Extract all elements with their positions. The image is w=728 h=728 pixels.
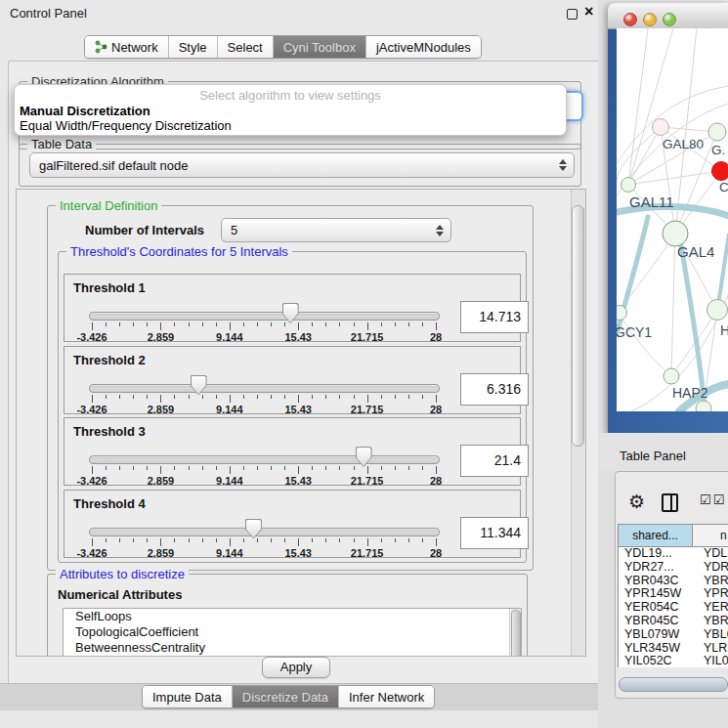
slider-tick-minor	[119, 538, 120, 542]
network-edge[interactable]	[675, 28, 697, 234]
tab-select[interactable]: Select	[218, 36, 274, 58]
columns-icon[interactable]	[662, 493, 678, 512]
num-intervals-select[interactable]: 5	[221, 218, 451, 242]
table-cell: YPR145W	[619, 587, 698, 601]
slider-tick-minor	[395, 322, 396, 326]
slider-tick-major	[436, 322, 437, 330]
close-window-icon[interactable]: ×	[584, 3, 593, 21]
settings-scrollbar-thumb[interactable]	[572, 205, 584, 447]
table-row[interactable]: YLR345WYLR3	[619, 642, 728, 656]
table-row[interactable]: YBR045CYBR0	[619, 615, 728, 628]
attribute-item-selfloops[interactable]: SelfLoops	[64, 609, 521, 624]
attributes-list-scrollbar[interactable]	[509, 609, 521, 657]
slider-tick-minor	[189, 466, 190, 470]
slider-tick-minor	[339, 395, 340, 399]
tab-impute-data[interactable]: Impute Data	[143, 686, 233, 707]
gear-icon[interactable]: ⚙	[628, 491, 645, 513]
slider-tick-label: -3.426	[76, 404, 107, 415]
table-horizontal-scrollbar[interactable]	[619, 677, 728, 692]
float-window-icon[interactable]	[567, 9, 578, 20]
tab-cyni-toolbox[interactable]: Cyni Toolbox	[274, 36, 366, 58]
checkbox-icon[interactable]: ☑☑	[700, 492, 726, 507]
network-node-bottom-node[interactable]	[696, 401, 711, 411]
network-edge[interactable]	[628, 171, 721, 185]
table-row[interactable]: YBR043CYBR0	[619, 575, 728, 588]
network-node-h[interactable]	[707, 300, 728, 321]
thresholds-group-title: Threshold's Coordinates for 5 Intervals	[66, 244, 292, 259]
tab-label: Select	[228, 40, 263, 55]
zoom-light[interactable]	[663, 13, 676, 26]
window-title: Control Panel	[10, 6, 87, 21]
threshold-slider-track[interactable]	[89, 384, 440, 393]
table-row[interactable]: YPR145WYPR1	[619, 587, 728, 601]
slider-tick-label: 9.144	[216, 547, 243, 559]
algorithm-option-manual-discretization[interactable]: Manual Discretization	[15, 104, 566, 118]
slider-tick-minor	[395, 395, 396, 399]
threshold-value-field[interactable]: 14.713	[460, 301, 529, 333]
slider-tick-minor	[216, 538, 217, 542]
network-edge[interactable]	[671, 234, 675, 376]
network-edge[interactable]	[628, 28, 673, 185]
algorithm-option-equal-width-frequency-discretization[interactable]: Equal Width/Frequency Discretization	[15, 118, 566, 133]
table-row[interactable]: YDR27...YDR2	[619, 561, 728, 575]
slider-tick-minor	[284, 395, 285, 399]
network-node-label: H	[720, 322, 728, 338]
network-canvas[interactable]: GAL80G.CGAL11GAL4GCY1HHAP2	[617, 28, 728, 411]
tab-discretize-data[interactable]: Discretize Data	[233, 686, 339, 707]
attribute-item-topologicalcoefficient[interactable]: TopologicalCoefficient	[64, 624, 521, 640]
slider-tick-minor	[174, 538, 175, 542]
table-row[interactable]: YER054CYER0	[619, 601, 728, 615]
table-header-name[interactable]: n	[693, 525, 728, 546]
slider-tick-minor	[147, 395, 148, 399]
table-cell: YLR345W	[619, 642, 698, 656]
threshold-value-field[interactable]: 6.316	[460, 373, 529, 406]
network-node-gal80[interactable]	[653, 119, 669, 136]
minimize-light[interactable]	[643, 13, 657, 26]
slider-tick-minor	[119, 466, 120, 470]
slider-tick-minor	[271, 466, 272, 470]
tab-infer-network[interactable]: Infer Network	[339, 686, 434, 707]
table-data-select[interactable]: galFiltered.sif default node	[29, 152, 575, 178]
network-node-red-node[interactable]	[712, 162, 728, 181]
tab-network[interactable]: Network	[85, 36, 169, 58]
network-node-gal11[interactable]	[621, 178, 636, 193]
network-window-titlebar[interactable]	[608, 3, 728, 29]
network-edge[interactable]	[681, 245, 705, 407]
network-edge[interactable]	[619, 313, 671, 376]
table-row[interactable]: YDL19...YDL1	[619, 547, 728, 561]
settings-scrollbar[interactable]	[571, 190, 585, 656]
threshold-slider-track[interactable]	[89, 312, 440, 321]
threshold-slider-track[interactable]	[89, 528, 440, 536]
table-header-shared[interactable]: shared...	[619, 525, 693, 546]
slider-tick-minor	[189, 538, 190, 542]
slider-tick-label: 2.859	[148, 404, 175, 415]
network-edge[interactable]	[628, 28, 648, 185]
slider-tick-major	[436, 466, 437, 474]
threshold-value-field[interactable]: 11.344	[460, 517, 529, 549]
apply-button[interactable]: Apply	[262, 657, 330, 678]
table-row[interactable]: YBL079WYBL0	[619, 628, 728, 642]
network-node-gcy1[interactable]	[617, 306, 627, 321]
tab-style[interactable]: Style	[169, 36, 218, 58]
slider-tick-minor	[216, 466, 217, 470]
network-node-hap2[interactable]	[664, 368, 679, 384]
tab-label: Cyni Toolbox	[283, 40, 356, 55]
table-row[interactable]: YIL052CYIL0	[619, 655, 728, 667]
node-table[interactable]: shared... n YDL19...YDL1YDR27...YDR2YBR0…	[618, 524, 728, 667]
close-light[interactable]	[623, 13, 637, 26]
table-cell: YBR045C	[619, 615, 698, 628]
slider-tick-minor	[106, 466, 107, 470]
slider-tick-minor	[216, 395, 217, 399]
threshold-value-field[interactable]: 21.4	[460, 445, 529, 477]
tab-jactivemnodules[interactable]: jActiveMNodules	[366, 36, 481, 58]
network-edge[interactable]	[628, 127, 661, 185]
threshold-slider-track[interactable]	[89, 455, 440, 464]
network-node-g[interactable]	[708, 123, 726, 141]
numerical-attributes-list[interactable]: SelfLoopsTopologicalCoefficientBetweenne…	[63, 608, 522, 657]
slider-tick-minor	[174, 395, 175, 399]
table-cell: YDR2	[698, 561, 728, 575]
attribute-item-betweennesscentrality[interactable]: BetweennessCentrality	[64, 640, 521, 656]
numerical-attributes-label: Numerical Attributes	[58, 587, 182, 602]
slider-tick-minor	[243, 466, 244, 470]
table-cell: YIL052C	[619, 655, 698, 667]
